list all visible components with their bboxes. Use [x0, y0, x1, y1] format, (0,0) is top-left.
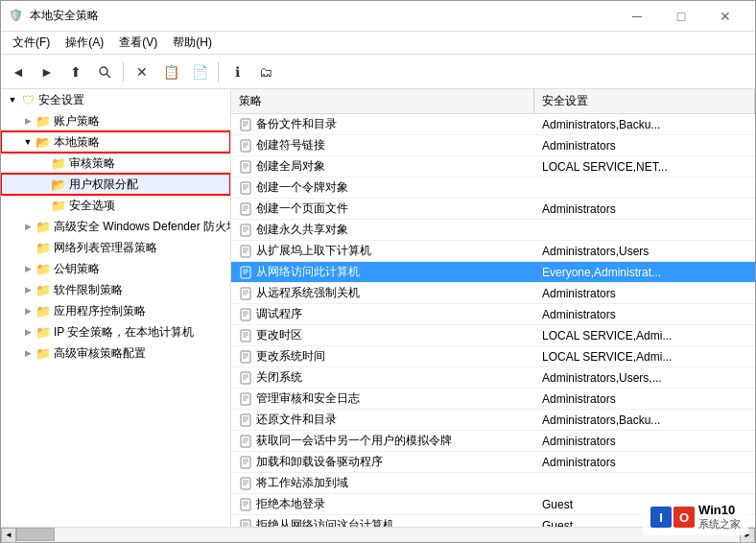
up-button[interactable]: ⬆ — [62, 59, 89, 85]
close-button[interactable]: ✕ — [703, 1, 747, 32]
policy-setting: LOCAL SERVICE,Admi... — [534, 329, 755, 342]
tree-item-netlist[interactable]: 📁 网络列表管理器策略 — [1, 237, 230, 258]
policy-name-text: 关闭系统 — [256, 369, 302, 386]
menu-view[interactable]: 查看(V) — [111, 33, 165, 53]
expand-icon-pubkey: ▶ — [20, 261, 35, 276]
col-header-setting[interactable]: 安全设置 — [534, 89, 755, 113]
policy-name-text: 拒绝本地登录 — [256, 496, 325, 512]
scroll-thumb[interactable] — [16, 528, 55, 541]
tree-item-account[interactable]: ▶ 📁 账户策略 — [1, 110, 230, 131]
policy-row[interactable]: 创建一个页面文件Administrators — [231, 199, 755, 220]
scroll-track[interactable] — [16, 528, 740, 542]
policy-name: 获取同一会话中另一个用户的模拟令牌 — [231, 433, 534, 449]
svg-rect-22 — [241, 224, 250, 236]
view-button[interactable]: 🗂 — [252, 59, 279, 85]
policy-row[interactable]: 调试程序Administrators — [231, 304, 755, 325]
menu-file[interactable]: 文件(F) — [5, 33, 58, 53]
watermark-line2: 系统之家 — [698, 517, 741, 531]
svg-rect-62 — [241, 436, 250, 447]
tree-item-pubkey[interactable]: ▶ 📁 公钥策略 — [1, 258, 230, 279]
expand-icon-account: ▶ — [20, 113, 35, 129]
tree-item-local[interactable]: ▼ 📂 本地策略 — [1, 131, 230, 153]
policy-row[interactable]: 管理审核和安全日志Administrators — [231, 389, 755, 410]
tree-item-secopts[interactable]: 📁 安全选项 — [1, 195, 230, 216]
maximize-button[interactable]: □ — [659, 1, 703, 32]
tree-item-ipsec[interactable]: ▶ 📁 IP 安全策略，在本地计算机 — [1, 321, 230, 342]
policy-name: 创建全局对象 — [231, 158, 534, 175]
menu-help[interactable]: 帮助(H) — [165, 33, 220, 53]
policy-icon — [239, 329, 252, 342]
tree-label-userrights: 用户权限分配 — [69, 177, 138, 193]
svg-rect-18 — [241, 203, 250, 215]
policy-row[interactable]: 将工作站添加到域 — [231, 473, 755, 494]
policy-row[interactable]: 更改时区LOCAL SERVICE,Admi... — [231, 325, 755, 346]
policy-name-text: 获取同一会话中另一个用户的模拟令牌 — [256, 433, 452, 449]
scroll-left-arrow[interactable]: ◄ — [1, 528, 16, 543]
svg-rect-50 — [241, 372, 250, 384]
expand-icon-netlist — [20, 240, 35, 255]
folder-icon-audit: 📁 — [51, 155, 66, 171]
policy-name: 还原文件和目录 — [231, 412, 534, 428]
tree-item-software[interactable]: ▶ 📁 软件限制策略 — [1, 279, 230, 300]
info-button[interactable]: ℹ — [224, 59, 250, 85]
delete-button[interactable]: ✕ — [129, 59, 155, 85]
policy-row[interactable]: 加载和卸载设备驱动程序Administrators — [231, 452, 755, 473]
policy-name: 创建永久共享对象 — [231, 222, 534, 238]
policy-name-text: 拒绝从网络访问这台计算机 — [256, 517, 394, 527]
policy-row[interactable]: 备份文件和目录Administrators,Backu... — [231, 114, 755, 135]
policy-icon — [239, 287, 252, 300]
policy-row[interactable]: 创建一个令牌对象 — [231, 177, 755, 199]
policy-setting: Administrators — [534, 202, 755, 216]
col-header-policy[interactable]: 策略 — [231, 89, 534, 113]
policy-name-text: 将工作站添加到域 — [256, 475, 348, 491]
menu-action[interactable]: 操作(A) — [58, 33, 111, 53]
window-icon: 🛡️ — [9, 9, 24, 24]
policy-row[interactable]: 创建符号链接Administrators — [231, 135, 755, 156]
policy-row[interactable]: 创建全局对象LOCAL SERVICE,NET... — [231, 156, 755, 177]
policy-setting: LOCAL SERVICE,NET... — [534, 160, 755, 174]
policy-row[interactable]: 关闭系统Administrators,Users,... — [231, 367, 755, 389]
expand-icon-local: ▼ — [20, 134, 35, 150]
folder-icon-netlist: 📁 — [35, 240, 51, 255]
svg-rect-30 — [241, 267, 250, 278]
policy-row[interactable]: 创建永久共享对象 — [231, 220, 755, 241]
policy-row[interactable]: 从扩展坞上取下计算机Administrators,Users — [231, 241, 755, 262]
tree-item-applocker[interactable]: ▶ 📁 应用程序控制策略 — [1, 300, 230, 321]
policy-row[interactable]: 获取同一会话中另一个用户的模拟令牌Administrators — [231, 431, 755, 452]
back-button[interactable]: ◄ — [5, 59, 32, 85]
tree-item-root[interactable]: ▼ 🛡 安全设置 — [1, 89, 230, 110]
policy-name: 从网络访问此计算机 — [231, 264, 534, 280]
tree-item-userrights[interactable]: 📂 用户权限分配 — [1, 174, 230, 195]
search-button[interactable] — [91, 59, 118, 85]
policy-row[interactable]: 从远程系统强制关机Administrators — [231, 283, 755, 304]
policy-row[interactable]: 更改系统时间LOCAL SERVICE,Admi... — [231, 346, 755, 367]
main-content: ▼ 🛡 安全设置 ▶ 📁 账户策略 ▼ 📂 本地策略 📁 审核策略 — [1, 89, 755, 527]
tree-item-audit[interactable]: 📁 审核策略 — [1, 153, 230, 174]
policy-icon — [239, 371, 252, 385]
forward-button[interactable]: ► — [34, 59, 60, 85]
svg-rect-10 — [241, 161, 250, 173]
svg-rect-14 — [241, 182, 250, 194]
policy-name-text: 调试程序 — [256, 306, 302, 322]
tree-label-software: 软件限制策略 — [54, 282, 123, 298]
folder-icon: 🛡 — [20, 92, 35, 107]
tree-label-firewall: 高级安全 Windows Defender 防火墙 — [54, 219, 231, 235]
copy-button[interactable]: 📋 — [157, 59, 184, 85]
policy-name-text: 创建符号链接 — [256, 137, 325, 153]
paste-button[interactable]: 📄 — [186, 59, 213, 85]
tree-label-netlist: 网络列表管理器策略 — [54, 240, 157, 256]
tree-item-firewall[interactable]: ▶ 📁 高级安全 Windows Defender 防火墙 — [1, 216, 230, 237]
minimize-button[interactable]: ─ — [615, 1, 659, 32]
policy-row[interactable]: 从网络访问此计算机Everyone,Administrat... — [231, 262, 755, 283]
policy-name: 管理审核和安全日志 — [231, 390, 534, 407]
folder-icon-userrights: 📂 — [51, 177, 66, 192]
tree-label-secopts: 安全选项 — [69, 198, 115, 214]
search-icon — [98, 65, 111, 79]
policy-icon — [239, 139, 252, 153]
svg-rect-70 — [241, 478, 250, 489]
folder-icon-local: 📂 — [35, 134, 51, 150]
watermark-line1: Win10 — [698, 503, 735, 517]
policy-row[interactable]: 还原文件和目录Administrators,Backu... — [231, 410, 755, 431]
tree-label-audit: 审核策略 — [69, 155, 115, 172]
tree-item-advaudit[interactable]: ▶ 📁 高级审核策略配置 — [1, 342, 230, 364]
